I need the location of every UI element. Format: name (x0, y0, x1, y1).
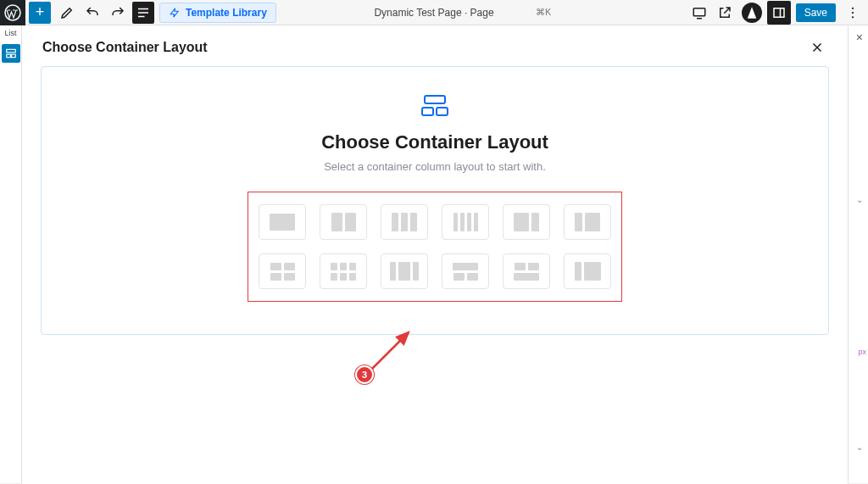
command-shortcut-label: ⌘K (536, 7, 551, 18)
template-library-label: Template Library (186, 7, 267, 19)
right-rail: × ⌄ px ⌄ ⌄ (848, 25, 868, 483)
svg-rect-1 (693, 8, 705, 16)
layout-bottom-split[interactable] (503, 253, 550, 289)
panel-chevron-icon[interactable]: ⌄ (856, 195, 863, 204)
editor-topbar: + Template Library Dynamic Test Page · P… (0, 0, 868, 25)
layout-modal: Choose Container Layout Choose Container… (22, 25, 848, 484)
list-view-label: List (0, 25, 21, 41)
modal-header: Choose Container Layout (22, 25, 848, 66)
layout-row-2 (259, 253, 611, 289)
svg-rect-9 (425, 96, 445, 103)
save-button[interactable]: Save (796, 3, 836, 22)
panel-chevron-icon[interactable]: ⌄ (856, 480, 863, 484)
layout-hero-title: Choose Container Layout (58, 131, 811, 153)
close-modal-button[interactable] (807, 37, 827, 58)
external-link-icon[interactable] (713, 1, 737, 25)
left-rail: List (0, 25, 22, 483)
svg-point-4 (852, 12, 854, 14)
layout-2col-wide-right[interactable] (564, 204, 611, 240)
layout-options-grid (248, 192, 622, 302)
annotation-step-badge: 3 (355, 365, 374, 384)
add-block-button[interactable]: + (29, 2, 51, 24)
svg-rect-8 (11, 54, 15, 58)
sidebar-toggle-icon[interactable] (767, 1, 791, 25)
document-title[interactable]: Dynamic Test Page · Page (374, 7, 493, 19)
svg-rect-7 (6, 54, 10, 58)
layout-sidebar[interactable] (564, 253, 611, 289)
layout-4col[interactable] (442, 204, 489, 240)
topbar-right-tools: Save (687, 0, 865, 25)
desktop-preview-icon[interactable] (687, 1, 711, 25)
editor-background: + Template Library Dynamic Test Page · P… (0, 0, 868, 484)
layout-3col-center[interactable] (381, 253, 428, 289)
svg-point-5 (852, 16, 854, 18)
svg-rect-10 (422, 108, 433, 115)
astra-icon[interactable] (742, 3, 762, 23)
template-library-button[interactable]: Template Library (159, 3, 276, 23)
layout-row-1 (259, 204, 611, 240)
layout-1col[interactable] (259, 204, 306, 240)
svg-point-3 (852, 8, 854, 9)
svg-line-12 (371, 332, 409, 370)
annotation-arrow (370, 329, 420, 371)
svg-rect-6 (6, 49, 15, 53)
layout-3col[interactable] (381, 204, 428, 240)
layout-subtitle: Select a container column layout to star… (58, 160, 811, 173)
svg-rect-11 (437, 108, 448, 115)
layout-2col[interactable] (320, 204, 367, 240)
svg-rect-2 (774, 8, 784, 18)
panel-chevron-icon[interactable]: ⌄ (856, 442, 863, 452)
redo-icon[interactable] (107, 2, 129, 24)
layout-2col-wide-left[interactable] (503, 204, 550, 240)
list-view-icon[interactable] (132, 2, 154, 24)
wordpress-logo[interactable] (0, 0, 25, 25)
layout-top-split[interactable] (442, 253, 489, 289)
undo-icon[interactable] (81, 2, 103, 24)
inspector-close-icon[interactable]: × (856, 31, 863, 44)
layout-grid-3x2[interactable] (320, 253, 367, 289)
container-hero-icon (420, 94, 449, 118)
layout-panel: Choose Container Layout Select a contain… (41, 66, 829, 335)
layout-grid-2x2[interactable] (259, 253, 306, 289)
more-options-icon[interactable] (841, 1, 865, 25)
edit-icon[interactable] (56, 2, 78, 24)
container-block-icon[interactable] (2, 44, 20, 63)
modal-title: Choose Container Layout (42, 40, 208, 55)
px-unit-label: px (858, 348, 866, 356)
